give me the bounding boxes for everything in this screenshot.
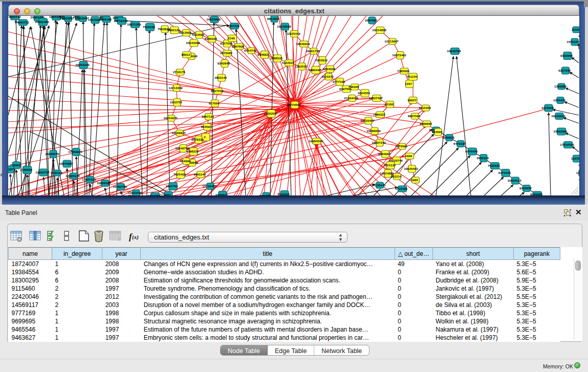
svg-text:9115460: 9115460 (419, 106, 431, 110)
svg-text:8678335: 8678335 (191, 138, 204, 141)
svg-text:19654975: 19654975 (163, 116, 178, 120)
svg-text:6466160: 6466160 (99, 17, 112, 21)
svg-text:15751074: 15751074 (567, 40, 579, 43)
svg-text:16648784: 16648784 (447, 49, 461, 53)
svg-text:7955812: 7955812 (315, 58, 328, 62)
svg-text:746266: 746266 (349, 85, 359, 89)
svg-text:1588520: 1588520 (270, 56, 283, 60)
svg-text:164093: 164093 (432, 130, 443, 134)
svg-text:9245652: 9245652 (519, 186, 532, 190)
svg-text:917006: 917006 (209, 101, 220, 105)
svg-text:10688609: 10688609 (366, 129, 381, 133)
svg-text:12325419: 12325419 (286, 32, 300, 35)
svg-text:8938923: 8938923 (442, 136, 455, 139)
svg-text:2718176: 2718176 (173, 70, 186, 74)
svg-text:9474444: 9474444 (465, 149, 478, 153)
svg-text:1244415: 1244415 (553, 98, 566, 102)
svg-text:93627: 93627 (407, 98, 417, 102)
svg-text:751155: 751155 (407, 75, 418, 78)
svg-text:120345: 120345 (576, 171, 579, 174)
svg-text:7485005: 7485005 (397, 69, 410, 73)
svg-text:98912: 98912 (181, 53, 190, 56)
svg-text:9657791: 9657791 (166, 184, 179, 188)
svg-text:20206576: 20206576 (45, 152, 59, 156)
svg-text:2687682: 2687682 (365, 18, 378, 22)
svg-text:10653287: 10653287 (60, 16, 74, 20)
svg-text:1527602: 1527602 (88, 18, 101, 21)
svg-text:16671355: 16671355 (127, 23, 141, 26)
svg-text:12905135: 12905135 (66, 174, 80, 178)
svg-text:252214: 252214 (391, 174, 402, 178)
svg-text:1691144: 1691144 (193, 172, 206, 176)
svg-text:8957584: 8957584 (408, 114, 421, 118)
svg-text:10025453: 10025453 (404, 167, 418, 170)
svg-text:10653287: 10653287 (75, 16, 89, 20)
svg-text:10654112: 10654112 (507, 179, 521, 182)
svg-text:10719155: 10719155 (114, 19, 128, 23)
svg-text:2803144: 2803144 (214, 76, 227, 79)
svg-text:14055712: 14055712 (15, 20, 29, 24)
svg-text:8990448: 8990448 (309, 68, 321, 72)
svg-text:9498222: 9498222 (186, 149, 199, 153)
svg-text:3675685: 3675685 (220, 51, 233, 55)
svg-text:3267130: 3267130 (202, 115, 214, 118)
svg-text:9242848: 9242848 (217, 61, 230, 65)
svg-text:116753: 116753 (571, 157, 579, 160)
svg-text:8454749: 8454749 (244, 49, 257, 52)
svg-text:7625402: 7625402 (173, 172, 186, 176)
svg-text:62160: 62160 (384, 102, 394, 106)
svg-text:15692901: 15692901 (553, 129, 568, 133)
svg-text:9699695: 9699695 (420, 122, 432, 125)
svg-text:3624554: 3624554 (358, 91, 371, 95)
svg-text:1209382: 1209382 (554, 84, 567, 88)
svg-text:8427552: 8427552 (211, 89, 224, 93)
svg-text:12942737: 12942737 (35, 170, 50, 174)
svg-text:164099: 164099 (180, 159, 191, 163)
svg-text:9329966: 9329966 (560, 54, 573, 57)
svg-text:17957225: 17957225 (82, 178, 96, 181)
svg-text:8186328: 8186328 (205, 37, 217, 40)
svg-text:5322037: 5322037 (282, 61, 295, 64)
svg-text:2867608: 2867608 (232, 45, 245, 48)
svg-text:18724007: 18724007 (287, 103, 301, 106)
svg-text:15720407: 15720407 (360, 119, 375, 122)
svg-text:16210643: 16210643 (551, 114, 565, 118)
svg-text:1733426: 1733426 (395, 187, 408, 190)
svg-text:10807487: 10807487 (368, 96, 383, 100)
svg-text:11120: 11120 (572, 28, 579, 31)
svg-text:7357224: 7357224 (227, 24, 240, 28)
svg-text:1546: 1546 (228, 36, 235, 40)
svg-text:12213967: 12213967 (384, 39, 399, 43)
svg-text:7632621: 7632621 (488, 164, 500, 167)
svg-text:19218506: 19218506 (277, 25, 291, 28)
svg-text:9777169: 9777169 (333, 80, 345, 83)
svg-text:1965: 1965 (411, 178, 418, 182)
svg-text:12213369: 12213369 (168, 86, 183, 90)
svg-text:19166825: 19166825 (171, 131, 186, 135)
svg-text:10543362: 10543362 (186, 41, 200, 45)
svg-text:9084067: 9084067 (378, 152, 391, 156)
svg-text:2330203: 2330203 (264, 112, 277, 115)
svg-text:7986322: 7986322 (373, 113, 386, 116)
svg-text:10973493: 10973493 (392, 53, 406, 57)
svg-text:7515526: 7515526 (143, 25, 156, 29)
svg-text:15716485: 15716485 (202, 184, 216, 188)
svg-text:19384554: 19384554 (309, 139, 323, 143)
svg-text:1621072: 1621072 (321, 75, 334, 78)
svg-text:16033809: 16033809 (206, 17, 221, 21)
svg-text:1156829: 1156829 (20, 168, 32, 171)
svg-text:16154808: 16154808 (372, 28, 386, 32)
svg-text:17016504: 17016504 (560, 143, 574, 146)
svg-text:14055712: 14055712 (8, 16, 21, 18)
svg-text:1009: 1009 (405, 154, 412, 158)
svg-text:6479197: 6479197 (453, 142, 466, 145)
svg-text:16961758: 16961758 (306, 49, 320, 53)
svg-text:9227343: 9227343 (558, 69, 571, 72)
svg-text:20091406: 20091406 (35, 20, 49, 24)
svg-text:5322605: 5322605 (192, 33, 205, 36)
svg-text:1975692: 1975692 (395, 144, 408, 148)
svg-text:8912954: 8912954 (179, 31, 192, 34)
svg-text:16782759: 16782759 (113, 185, 127, 188)
svg-text:(x): (x) (132, 234, 139, 240)
svg-text:10958107: 10958107 (97, 181, 111, 185)
